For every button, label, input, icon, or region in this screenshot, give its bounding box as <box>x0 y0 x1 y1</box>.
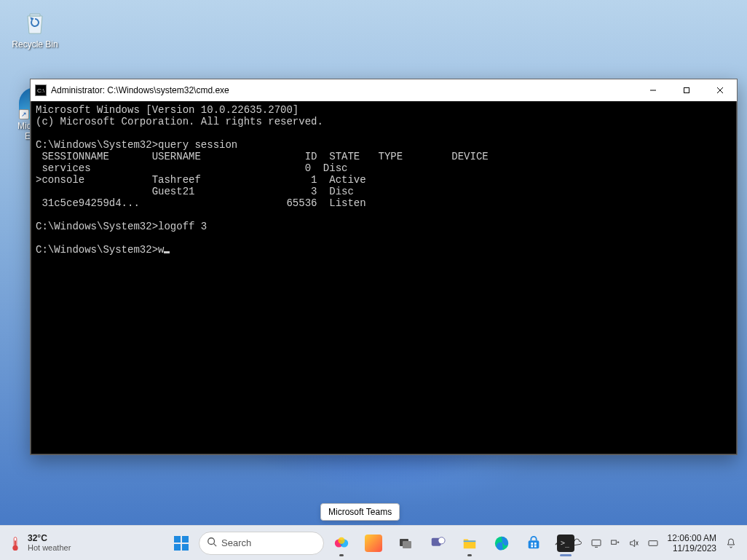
taskbar-search[interactable]: Search <box>199 532 324 555</box>
minimize-button[interactable] <box>636 79 670 101</box>
cmd-taskbar-button[interactable]: >_ <box>551 529 580 558</box>
svg-point-19 <box>438 537 445 543</box>
svg-point-11 <box>208 538 215 545</box>
svg-text:>_: >_ <box>561 539 570 548</box>
line-row3: Guest21 3 Disc <box>36 186 354 197</box>
bell-icon <box>725 537 737 549</box>
search-icon <box>207 537 217 549</box>
tooltip-microsoft-teams: Microsoft Teams <box>320 503 400 521</box>
thermometer-icon <box>7 535 23 551</box>
edge-button[interactable] <box>487 529 516 558</box>
task-view-icon <box>397 535 414 552</box>
weather-temp: 32°C <box>28 534 71 543</box>
tooltip-text: Microsoft Teams <box>328 507 392 517</box>
terminal-output[interactable]: Microsoft Windows [Version 10.0.22635.27… <box>31 101 737 454</box>
window-title: Administrator: C:\Windows\system32\cmd.e… <box>51 85 636 95</box>
start-button[interactable] <box>167 529 196 558</box>
keyboard-icon <box>647 537 659 549</box>
svg-rect-9 <box>174 544 181 551</box>
monitor-icon <box>590 537 602 549</box>
svg-point-15 <box>338 537 344 543</box>
svg-rect-27 <box>592 540 601 545</box>
clock-date: 11/19/2023 <box>673 543 716 553</box>
svg-rect-1 <box>684 88 689 93</box>
search-placeholder: Search <box>221 537 251 548</box>
line-version: Microsoft Windows [Version 10.0.22635.27… <box>36 104 299 116</box>
svg-rect-23 <box>534 543 537 545</box>
line-copyright: (c) Microsoft Corporation. All rights re… <box>36 116 323 127</box>
weather-desc: Hot weather <box>28 543 71 553</box>
svg-rect-25 <box>534 545 537 547</box>
tray-input[interactable] <box>644 529 662 558</box>
recycle-bin-glyph <box>19 6 51 38</box>
power-toys-button[interactable] <box>359 529 388 558</box>
line-prompt1: C:\Windows\System32>query session <box>36 139 237 151</box>
svg-line-12 <box>214 544 217 547</box>
cmd-icon: C:\ <box>35 84 47 96</box>
svg-rect-21 <box>529 540 540 548</box>
file-explorer-button[interactable] <box>455 529 484 558</box>
speaker-icon <box>628 537 640 549</box>
svg-rect-32 <box>649 540 657 545</box>
line-header: SESSIONNAME USERNAME ID STATE TYPE DEVIC… <box>36 151 489 162</box>
svg-rect-7 <box>174 536 181 543</box>
taskbar: 32°C Hot weather Search <box>0 525 747 560</box>
svg-rect-24 <box>531 545 533 547</box>
store-button[interactable] <box>519 529 548 558</box>
windows-logo-icon <box>173 535 189 551</box>
line-prompt3: C:\Windows\System32>w <box>36 244 164 256</box>
folder-icon <box>461 535 478 552</box>
svg-rect-10 <box>182 544 189 551</box>
recycle-bin-icon[interactable]: Recycle Bin <box>7 6 63 50</box>
line-prompt2: C:\Windows\System32>logoff 3 <box>36 221 207 232</box>
tray-volume[interactable] <box>625 529 643 558</box>
store-icon <box>525 535 542 552</box>
recycle-bin-label: Recycle Bin <box>12 39 58 50</box>
clock-time: 12:06:00 AM <box>668 533 716 543</box>
line-row2: >console Tashreef 1 Active <box>36 174 366 186</box>
chat-button[interactable] <box>423 529 452 558</box>
clock[interactable]: 12:06:00 AM 11/19/2023 <box>663 533 721 553</box>
weather-widget[interactable]: 32°C Hot weather <box>7 534 71 553</box>
cmd-window: C:\ Administrator: C:\Windows\system32\c… <box>30 79 738 455</box>
titlebar[interactable]: C:\ Administrator: C:\Windows\system32\c… <box>31 79 737 101</box>
cursor <box>164 251 170 253</box>
network-icon <box>609 537 621 549</box>
svg-rect-8 <box>182 536 189 543</box>
maximize-button[interactable] <box>670 79 703 101</box>
svg-rect-17 <box>403 541 411 548</box>
copilot-button[interactable] <box>327 529 356 558</box>
tray-network[interactable] <box>606 529 624 558</box>
svg-rect-6 <box>15 540 16 547</box>
line-row1: services 0 Disc <box>36 162 347 174</box>
svg-rect-29 <box>611 540 616 544</box>
svg-rect-22 <box>531 543 533 545</box>
power-toys-icon <box>365 535 382 552</box>
line-row4: 31c5ce94259d4... 65536 Listen <box>36 197 366 209</box>
terminal-icon: >_ <box>557 535 574 552</box>
edge-icon <box>493 535 510 552</box>
copilot-icon <box>333 535 350 552</box>
tray-monitor[interactable] <box>588 529 605 558</box>
close-button[interactable] <box>703 79 737 101</box>
notifications-button[interactable] <box>722 529 740 558</box>
task-view-button[interactable] <box>391 529 420 558</box>
chat-icon <box>429 535 446 552</box>
